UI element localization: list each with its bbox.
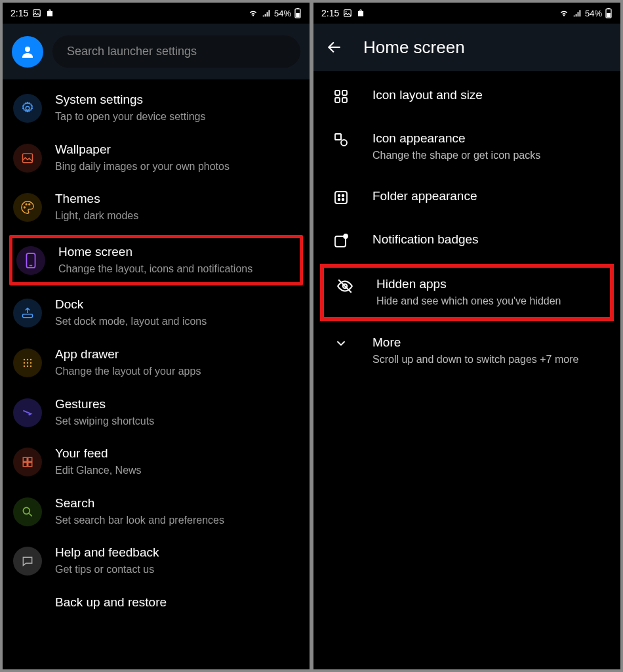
item-folder-appearance[interactable]: Folder appearance [313,176,620,219]
palette-icon [20,200,35,215]
item-icon-appearance[interactable]: Icon appearance Change the shape or get … [313,118,620,176]
bag-icon [356,9,365,18]
settings-item-feed[interactable]: Your feed Edit Glance, News [3,437,310,487]
search-icon [21,505,34,518]
item-sub: Set swiping shortcuts [55,414,299,429]
header: Search launcher settings [3,24,310,79]
svg-rect-40 [341,140,347,146]
svg-rect-38 [342,98,347,102]
header: Home screen [313,24,620,71]
settings-item-gestures[interactable]: Gestures Set swiping shortcuts [3,388,310,438]
settings-item-dock[interactable]: Dock Set dock mode, layout and icons [3,288,310,338]
svg-rect-3 [296,8,298,9]
item-title: Folder appearance [372,189,610,203]
svg-point-10 [29,204,30,205]
feed-icon [22,456,33,468]
item-sub: Change the shape or get icon packs [372,148,610,163]
svg-point-30 [346,11,347,12]
svg-point-49 [344,234,348,238]
item-sub: Change the layout, icons and notificatio… [58,262,296,276]
home-screen-settings: 2:15 54% Home screen Icon layout and siz… [313,3,620,669]
item-hidden-apps[interactable]: Hidden apps Hide and see which ones you'… [320,264,614,322]
item-title: App drawer [55,347,299,362]
item-icon-layout[interactable]: Icon layout and size [313,75,620,118]
item-title: Back up and restore [55,595,299,610]
svg-point-14 [24,359,26,361]
item-title: Themes [55,192,299,206]
image-icon [343,9,352,18]
svg-rect-29 [344,10,352,17]
svg-point-17 [24,362,26,364]
item-title: Hidden apps [376,277,606,291]
profile-avatar[interactable] [12,36,43,68]
back-button[interactable] [323,35,346,59]
svg-rect-39 [335,134,341,140]
settings-item-system[interactable]: System settings Tap to open your device … [3,83,310,133]
page-title: Home screen [363,37,465,58]
item-title: Gestures [55,397,299,411]
chevron-down-icon [334,336,348,350]
svg-rect-43 [335,192,347,203]
settings-item-home-screen[interactable]: Home screen Change the layout, icons and… [9,235,303,286]
item-more[interactable]: More Scroll up and down to switch pages … [313,322,620,380]
bag-icon [45,9,54,18]
status-time: 2:15 [321,8,339,18]
grid-icon [333,89,349,104]
status-battery: 54% [274,9,291,18]
search-input[interactable]: Search launcher settings [52,35,300,68]
arrow-left-icon [326,39,343,56]
folder-grid-icon [333,190,349,205]
svg-rect-25 [23,463,27,467]
settings-item-themes[interactable]: Themes Light, dark modes [3,182,310,232]
item-sub: Hide and see which ones you've hidden [376,294,606,308]
settings-screen: 2:15 54% Search launcher settings System… [3,3,310,669]
signal-icon [572,9,582,18]
item-title: Icon appearance [372,131,610,146]
shapes-icon [333,132,349,148]
svg-rect-23 [23,457,27,461]
item-title: Your feed [55,446,299,461]
svg-point-16 [30,359,32,361]
wifi-icon [559,9,569,18]
image-icon [32,9,41,18]
item-title: Search [55,496,299,511]
signal-icon [261,9,271,18]
item-title: Home screen [58,245,296,259]
battery-icon [605,8,613,18]
item-sub: Tap to open your device settings [55,110,299,124]
status-bar: 2:15 54% [3,3,310,24]
settings-item-search[interactable]: Search Set search bar look and preferenc… [3,487,310,537]
item-title: System settings [55,93,299,107]
item-notification-badges[interactable]: Notification badges [313,219,620,262]
svg-point-18 [27,362,29,364]
status-time: 2:15 [10,8,28,18]
svg-rect-36 [342,91,347,95]
item-title: Dock [55,297,299,312]
item-title: Help and feedback [55,545,299,560]
person-icon [20,44,35,60]
settings-item-wallpaper[interactable]: Wallpaper Bing daily images or your own … [3,133,310,183]
svg-point-46 [338,198,340,200]
badge-icon [333,233,349,249]
gear-icon [20,101,35,116]
svg-point-8 [24,207,26,208]
item-title: Wallpaper [55,142,299,157]
svg-point-5 [25,47,30,52]
svg-rect-4 [296,13,300,17]
svg-point-27 [23,507,30,514]
item-sub: Set search bar look and preferences [55,513,299,528]
settings-item-app-drawer[interactable]: App drawer Change the layout of your app… [3,338,310,388]
item-sub: Edit Glance, News [55,463,299,478]
item-title: More [372,335,610,350]
settings-item-backup[interactable]: Back up and restore [3,586,310,625]
settings-item-help[interactable]: Help and feedback Get tips or contact us [3,536,310,586]
upload-icon [21,306,34,320]
item-title: Notification badges [372,232,610,247]
eye-off-icon [336,278,353,295]
image-icon [21,152,34,165]
svg-point-15 [27,359,29,361]
svg-point-22 [30,366,32,368]
status-battery: 54% [585,9,602,18]
svg-point-1 [35,11,36,12]
svg-rect-13 [23,314,33,318]
